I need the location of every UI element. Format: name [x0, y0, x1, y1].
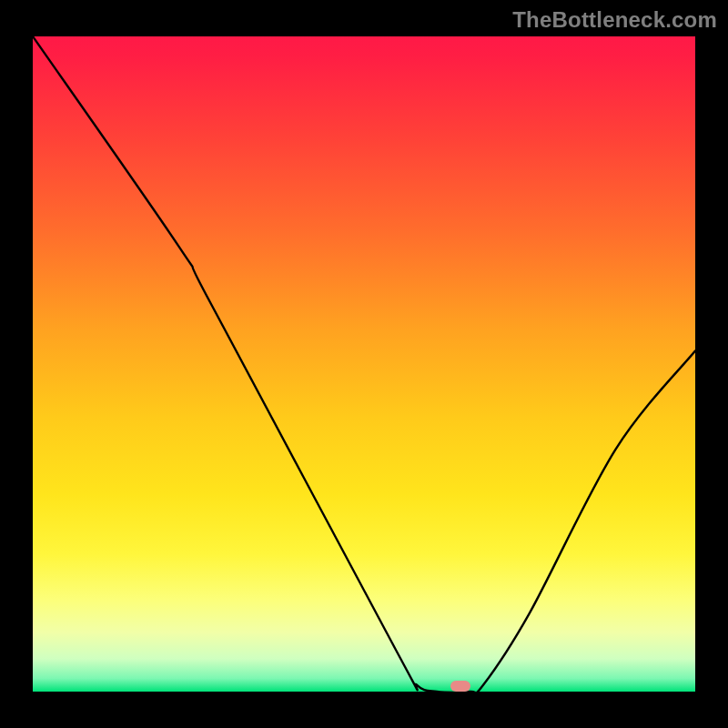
chart-container: TheBottleneck.com [0, 0, 728, 728]
curve-line [33, 36, 695, 692]
attribution-label: TheBottleneck.com [512, 7, 717, 33]
highlight-marker [450, 681, 470, 692]
plot-area [33, 36, 695, 692]
